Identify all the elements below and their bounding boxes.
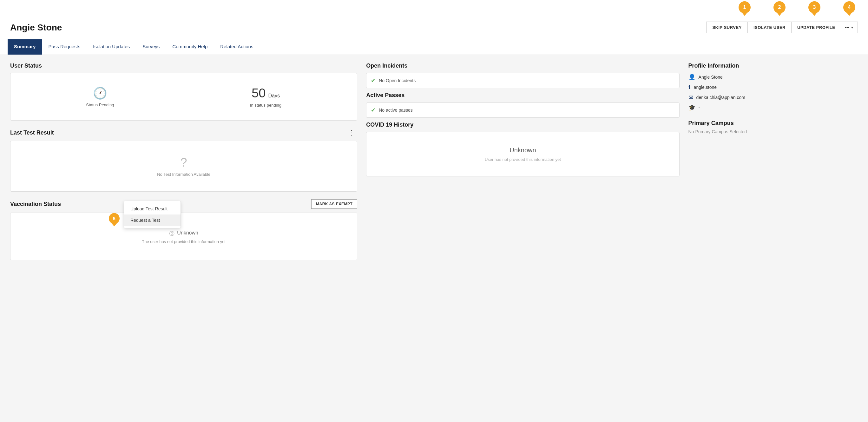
profile-email-row: ✉ derika.chia@appian.com	[688, 94, 858, 101]
covid-sub-label: User has not provided this information y…	[485, 157, 561, 162]
open-incidents-title: Open Incidents	[366, 62, 679, 69]
user-status-title: User Status	[10, 62, 357, 69]
header-actions: SKIP SURVEY ISOLATE USER UPDATE PROFILE …	[706, 22, 858, 33]
svg-text:5: 5	[113, 216, 116, 221]
last-test-card: ? No Test Information Available	[10, 141, 357, 192]
active-passes-title: Active Passes	[366, 92, 679, 99]
clock-icon: 🕐	[93, 87, 107, 100]
no-test-label: No Test Information Available	[157, 172, 210, 177]
tab-community-help[interactable]: Community Help	[166, 39, 214, 55]
email-icon: ✉	[688, 94, 693, 101]
pin-2: 2	[773, 1, 785, 16]
no-incidents-label: No Open Incidents	[379, 78, 415, 83]
more-button[interactable]: ••• ▼	[841, 22, 858, 33]
isolate-user-button[interactable]: ISOLATE USER	[747, 22, 792, 33]
svg-text:1: 1	[743, 4, 746, 10]
profile-info-title: Profile Information	[688, 62, 858, 69]
primary-campus-value: No Primary Campus Selected	[688, 129, 858, 134]
skip-survey-button[interactable]: SKIP SURVEY	[706, 22, 747, 33]
vaccination-status-label: Unknown	[177, 230, 198, 236]
question-mark-icon: ?	[181, 156, 187, 170]
vaccination-sub-label: The user has not provided this informati…	[142, 239, 225, 244]
no-passes-label: No active passes	[379, 108, 413, 113]
covid-unknown-label: Unknown	[509, 147, 536, 154]
tabs-bar: Summary Pass Requests Isolation Updates …	[0, 39, 868, 55]
svg-text:2: 2	[778, 4, 781, 10]
pin-5-container: 5	[109, 213, 120, 228]
last-test-header: Last Test Result ⋮	[10, 128, 357, 137]
last-test-title: Last Test Result	[10, 129, 54, 136]
main-content: User Status 🕐 Status Pending 50 Days In …	[0, 55, 868, 275]
svg-text:3: 3	[813, 4, 816, 10]
profile-extra-row: 🎓 -	[688, 104, 858, 111]
tab-related-actions[interactable]: Related Actions	[214, 39, 259, 55]
status-pending-label: Status Pending	[86, 102, 114, 107]
svg-text:4: 4	[848, 4, 851, 10]
info-icon: ℹ	[688, 84, 691, 91]
shield-icon: ◎	[169, 229, 175, 237]
right-column: Profile Information 👤 Angie Stone ℹ angi…	[688, 62, 858, 268]
svg-marker-13	[111, 222, 118, 227]
upload-test-result-item[interactable]: Upload Test Result	[124, 203, 181, 214]
days-number: 50	[252, 86, 266, 100]
pin-3: 3	[808, 1, 820, 16]
tab-pass-requests[interactable]: Pass Requests	[42, 39, 87, 55]
vaccination-title: Vaccination Status	[10, 201, 61, 208]
no-test-info: ? No Test Information Available	[18, 149, 349, 184]
mid-column: Open Incidents ✔ No Open Incidents Activ…	[366, 62, 688, 268]
more-dots: •••	[845, 25, 849, 30]
pin-1: 1	[739, 1, 751, 16]
profile-name-row: 👤 Angie Stone	[688, 73, 858, 81]
last-test-more-button[interactable]: ⋮	[346, 128, 357, 137]
dropdown-menu: Upload Test Result 5 Request a Test	[124, 201, 181, 228]
profile-extra: -	[699, 105, 700, 110]
svg-marker-10	[845, 11, 854, 16]
days-item: 50 Days In status pending	[250, 86, 281, 108]
request-test-item[interactable]: 5 Request a Test	[124, 214, 181, 226]
tab-summary[interactable]: Summary	[8, 39, 42, 55]
person-icon: 👤	[688, 73, 695, 81]
update-profile-button[interactable]: UPDATE PROFILE	[791, 22, 841, 33]
profile-username-row: ℹ angie.stone	[688, 84, 858, 91]
tab-surveys[interactable]: Surveys	[136, 39, 166, 55]
no-incidents-row: ✔ No Open Incidents	[366, 73, 679, 88]
user-status-card: 🕐 Status Pending 50 Days In status pendi…	[10, 73, 357, 121]
no-passes-row: ✔ No active passes	[366, 102, 679, 118]
pin-4: 4	[843, 1, 855, 16]
vaccination-card: ◎ Unknown The user has not provided this…	[10, 213, 357, 260]
header-section: 1 2 3 4	[0, 0, 868, 39]
tab-isolation-updates[interactable]: Isolation Updates	[87, 39, 136, 55]
request-test-label: Request a Test	[130, 218, 160, 223]
profile-email: derika.chia@appian.com	[696, 95, 745, 100]
graduation-icon: 🎓	[688, 104, 695, 111]
chevron-down-icon: ▼	[850, 26, 854, 29]
svg-marker-1	[741, 11, 749, 16]
svg-marker-7	[810, 11, 818, 16]
vaccination-status-content: ◎ Unknown The user has not provided this…	[18, 220, 349, 252]
days-label: In status pending	[250, 103, 281, 108]
days-unit: Days	[268, 93, 279, 98]
upload-test-label: Upload Test Result	[130, 206, 167, 211]
mark-exempt-button[interactable]: MARK AS EXEMPT	[311, 199, 357, 209]
profile-username: angie.stone	[694, 85, 717, 90]
check-circle-icon: ✔	[371, 77, 376, 84]
header: Angie Stone SKIP SURVEY ISOLATE USER UPD…	[0, 16, 868, 39]
left-column: User Status 🕐 Status Pending 50 Days In …	[10, 62, 366, 268]
covid-history-title: COVID 19 History	[366, 122, 679, 128]
check-circle-passes-icon: ✔	[371, 107, 376, 114]
profile-name: Angie Stone	[699, 74, 723, 80]
vaccination-header: Vaccination Status MARK AS EXEMPT	[10, 199, 357, 209]
svg-marker-4	[775, 11, 784, 16]
primary-campus-title: Primary Campus	[688, 120, 858, 127]
status-pending-item: 🕐 Status Pending	[86, 87, 114, 107]
covid-history-card: Unknown User has not provided this infor…	[366, 132, 679, 176]
page-title: Angie Stone	[10, 23, 62, 33]
